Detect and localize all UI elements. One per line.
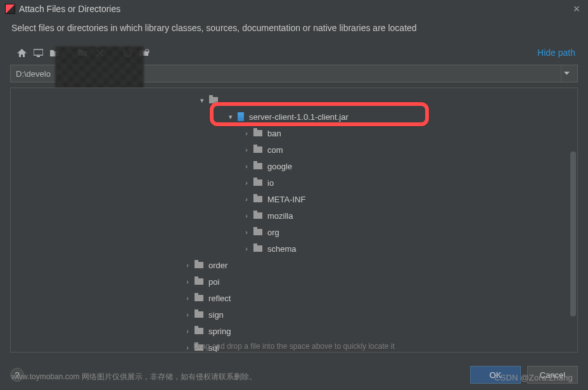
tree-row[interactable]: ›sign xyxy=(11,306,577,323)
tree-row[interactable]: ›io xyxy=(11,174,577,191)
tree-row[interactable]: ›spring xyxy=(11,323,577,339)
chevron-right-icon[interactable]: › xyxy=(183,311,192,318)
refresh-icon[interactable] xyxy=(123,48,133,58)
delete-icon[interactable] xyxy=(94,48,105,58)
folder-icon xyxy=(253,179,262,186)
path-dropdown-button[interactable] xyxy=(561,65,572,82)
tree-row[interactable]: ›reflect xyxy=(11,290,577,306)
folder-icon xyxy=(253,163,262,169)
tree-label: poi xyxy=(208,277,219,287)
scrollbar[interactable] xyxy=(570,152,576,316)
chevron-right-icon[interactable]: › xyxy=(242,162,251,170)
folder-icon xyxy=(253,245,262,252)
close-icon[interactable]: × xyxy=(570,3,583,15)
folder-icon xyxy=(195,311,203,318)
titlebar: Attach Files or Directories × xyxy=(0,0,588,18)
tree-row[interactable]: ›mozilla xyxy=(11,207,577,224)
svg-text:+: + xyxy=(86,48,88,55)
tree-row[interactable]: ▾ lib xyxy=(11,92,577,108)
folder-icon xyxy=(195,328,203,334)
svg-rect-1 xyxy=(37,56,40,57)
show-hidden-icon[interactable] xyxy=(139,48,150,58)
ok-button[interactable]: OK xyxy=(470,366,521,384)
tree-label: spring xyxy=(208,327,231,336)
chevron-down-icon[interactable]: ▾ xyxy=(198,96,207,105)
tree-label: server-client-1.0.1-client.jar xyxy=(249,112,348,122)
folder-icon xyxy=(253,229,262,235)
folder-icon xyxy=(253,196,262,202)
tree-label: io xyxy=(267,178,274,188)
tree-row[interactable]: ›schema xyxy=(11,240,577,257)
chevron-right-icon[interactable]: › xyxy=(242,212,251,219)
chevron-right-icon[interactable]: › xyxy=(242,146,251,153)
tree-label: schema xyxy=(267,244,297,254)
svg-rect-0 xyxy=(34,49,43,55)
tree-row-jar[interactable]: ▾ server-client-1.0.1-client.jar xyxy=(11,108,577,125)
chevron-down-icon[interactable]: ▾ xyxy=(226,113,235,121)
folder-icon xyxy=(209,97,218,103)
tree-label: reflect xyxy=(208,294,231,303)
help-button[interactable]: ? xyxy=(10,368,24,382)
folder-icon xyxy=(253,146,262,153)
tree-label: com xyxy=(267,145,283,155)
home-icon[interactable] xyxy=(16,48,27,58)
chevron-right-icon[interactable]: › xyxy=(242,195,251,203)
new-folder-icon[interactable]: + xyxy=(78,48,88,58)
toolbar-separator xyxy=(68,47,69,58)
dialog-title: Attach Files or Directories xyxy=(19,4,120,14)
folder-icon xyxy=(195,278,203,285)
app-icon xyxy=(5,4,15,14)
folder-icon xyxy=(195,262,203,268)
path-text: D:\develo xyxy=(16,69,51,79)
jar-icon xyxy=(238,112,244,121)
path-input[interactable]: D:\develo xyxy=(10,65,578,82)
tree-row[interactable]: ›google xyxy=(11,158,577,174)
toolbar-separator xyxy=(113,47,114,58)
chevron-right-icon[interactable]: › xyxy=(183,294,192,302)
tree-label: META-INF xyxy=(267,195,305,204)
chevron-right-icon[interactable]: › xyxy=(242,228,251,236)
toolbar: + Hide path xyxy=(0,44,588,62)
chevron-right-icon[interactable]: › xyxy=(242,245,251,252)
chevron-right-icon[interactable]: › xyxy=(183,278,192,285)
tree-label: sign xyxy=(208,310,224,320)
project-folder-icon[interactable] xyxy=(49,48,60,58)
tree-row[interactable]: ›order xyxy=(11,257,577,273)
folder-icon xyxy=(253,212,262,219)
tree-label: ban xyxy=(267,129,281,138)
chevron-right-icon[interactable]: › xyxy=(183,327,192,335)
tree-row[interactable]: ›org xyxy=(11,224,577,240)
tree-label: org xyxy=(267,228,279,237)
tree-row[interactable]: ›com xyxy=(11,141,577,158)
cancel-button[interactable]: Cancel xyxy=(527,366,578,384)
folder-icon xyxy=(253,130,262,136)
file-tree[interactable]: ▾ lib ▾ server-client-1.0.1-client.jar ›… xyxy=(10,88,578,353)
dialog-footer: ? OK Cancel xyxy=(10,366,578,384)
chevron-right-icon[interactable]: › xyxy=(242,179,251,186)
chevron-right-icon[interactable]: › xyxy=(242,129,251,137)
dialog-subtitle: Select files or directories in which lib… xyxy=(0,18,588,44)
tree-label: google xyxy=(267,162,292,171)
tree-row[interactable]: ›ban xyxy=(11,125,577,141)
tree-label: order xyxy=(208,261,227,270)
hide-path-link[interactable]: Hide path xyxy=(537,48,577,58)
svg-rect-2 xyxy=(56,53,60,56)
chevron-right-icon[interactable]: › xyxy=(183,261,192,269)
drag-hint: Drag and drop a file into the space abov… xyxy=(11,342,577,351)
tree-label: mozilla xyxy=(267,211,293,221)
folder-icon xyxy=(195,295,203,301)
tree-row[interactable]: ›poi xyxy=(11,273,577,290)
desktop-icon[interactable] xyxy=(33,48,43,58)
tree-row[interactable]: ›META-INF xyxy=(11,191,577,207)
